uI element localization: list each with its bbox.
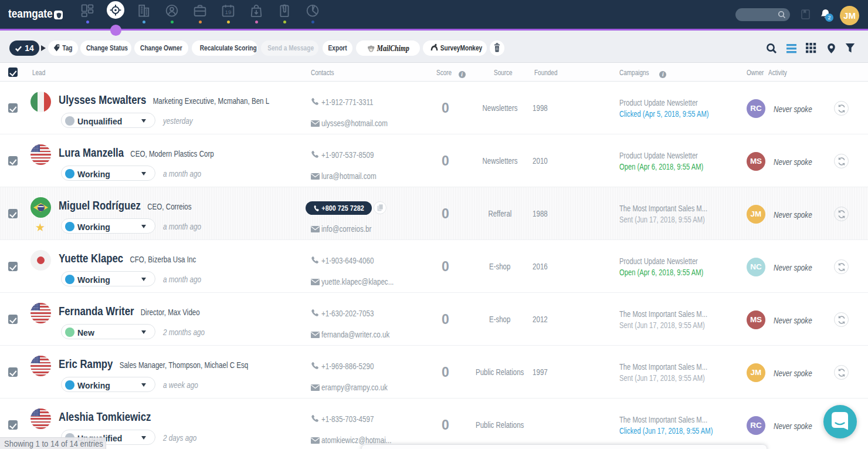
svg-text:19: 19	[225, 9, 232, 15]
